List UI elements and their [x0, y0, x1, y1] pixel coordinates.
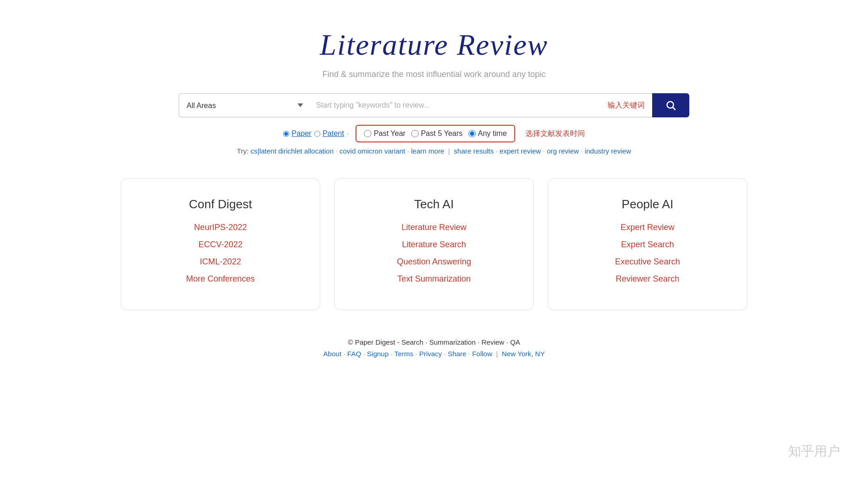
- any-time-text: Any time: [478, 129, 507, 138]
- try-link-covid[interactable]: covid omicron variant: [339, 147, 405, 155]
- options-row: Paper Patent · Past Year Past 5 Years An…: [283, 125, 585, 142]
- card-link-neurips[interactable]: NeurIPS-2022: [135, 223, 306, 232]
- card-tech-ai: Tech AI Literature Review Literature Sea…: [334, 178, 534, 310]
- search-row: All Areas Computer Science Physics Biolo…: [179, 93, 689, 117]
- sep4: ·: [496, 147, 499, 155]
- sep5: ·: [543, 147, 547, 155]
- svg-line-1: [673, 108, 676, 110]
- try-link-expert-review[interactable]: expert review: [499, 147, 541, 155]
- past-5-years-radio[interactable]: [411, 130, 419, 137]
- past-5-years-label[interactable]: Past 5 Years: [411, 129, 463, 138]
- card-link-reviewer-search[interactable]: Reviewer Search: [562, 274, 733, 284]
- paper-radio-label[interactable]: Paper: [283, 129, 311, 138]
- sep2: ·: [407, 147, 411, 155]
- search-button[interactable]: [652, 93, 689, 117]
- past-year-radio[interactable]: [364, 130, 371, 137]
- try-link-share-results[interactable]: share results: [454, 147, 494, 155]
- search-icon: [665, 100, 676, 111]
- card-link-lit-search[interactable]: Literature Search: [349, 240, 519, 250]
- area-select[interactable]: All Areas Computer Science Physics Biolo…: [179, 93, 309, 117]
- paper-label-text: Paper: [291, 129, 311, 138]
- past-5-years-text: Past 5 Years: [421, 129, 463, 138]
- footer-link-location[interactable]: New York, NY: [502, 350, 545, 358]
- any-time-label[interactable]: Any time: [468, 129, 507, 138]
- footer: © Paper Digest - Search · Summarization …: [323, 338, 544, 376]
- card-link-text-sum[interactable]: Text Summarization: [349, 274, 519, 284]
- any-time-radio[interactable]: [468, 130, 476, 137]
- card-link-expert-search[interactable]: Expert Search: [562, 240, 733, 250]
- patent-label-text: Patent: [323, 129, 344, 138]
- footer-link-follow[interactable]: Follow: [472, 350, 492, 358]
- card-link-icml[interactable]: ICML-2022: [135, 257, 306, 267]
- card-tech-ai-title: Tech AI: [349, 197, 519, 212]
- footer-copyright: © Paper Digest - Search · Summarization …: [323, 338, 544, 346]
- footer-link-faq[interactable]: FAQ: [347, 350, 361, 358]
- card-link-lit-review[interactable]: Literature Review: [349, 223, 519, 232]
- site-title: Literature Review: [320, 28, 548, 62]
- footer-link-share[interactable]: Share: [448, 350, 466, 358]
- chinese-hint: 输入关键词: [600, 93, 652, 117]
- footer-link-about[interactable]: About: [323, 350, 341, 358]
- card-link-executive-search[interactable]: Executive Search: [562, 257, 733, 267]
- try-link-industry-review[interactable]: industry review: [585, 147, 631, 155]
- time-radio-group: Past Year Past 5 Years Any time: [356, 125, 515, 142]
- card-link-expert-review[interactable]: Expert Review: [562, 223, 733, 232]
- card-link-eccv[interactable]: ECCV-2022: [135, 240, 306, 250]
- card-link-qa[interactable]: Question Answering: [349, 257, 519, 267]
- chinese-time-hint: 选择文献发表时间: [525, 129, 585, 139]
- card-people-ai-title: People AI: [562, 197, 733, 212]
- try-link-learn-more[interactable]: learn more: [411, 147, 445, 155]
- search-input[interactable]: [309, 93, 600, 117]
- past-year-label[interactable]: Past Year: [364, 129, 406, 138]
- past-year-text: Past Year: [374, 129, 406, 138]
- footer-link-terms[interactable]: Terms: [395, 350, 414, 358]
- sep1: ·: [336, 147, 339, 155]
- card-people-ai: People AI Expert Review Expert Search Ex…: [548, 178, 747, 310]
- sep6: ·: [581, 147, 584, 155]
- card-conf-digest: Conf Digest NeurIPS-2022 ECCV-2022 ICML-…: [121, 178, 320, 310]
- patent-radio[interactable]: [314, 131, 320, 137]
- footer-link-signup[interactable]: Signup: [367, 350, 389, 358]
- subtitle: Find & summarize the most influential wo…: [322, 70, 545, 79]
- footer-link-privacy[interactable]: Privacy: [419, 350, 442, 358]
- main-wrapper: Literature Review Find & summarize the m…: [0, 0, 868, 376]
- cards-row: Conf Digest NeurIPS-2022 ECCV-2022 ICML-…: [121, 178, 747, 310]
- patent-radio-label[interactable]: Patent: [314, 129, 344, 138]
- dot-separator: ·: [347, 129, 349, 139]
- try-link-org-review[interactable]: org review: [547, 147, 579, 155]
- try-prefix: Try:: [237, 147, 250, 155]
- watermark: 知乎用户: [788, 443, 840, 460]
- sep3: |: [446, 147, 453, 155]
- svg-point-0: [667, 102, 674, 108]
- try-row: Try: cs|latent dirichlet allocation · co…: [237, 147, 631, 155]
- footer-links: About · FAQ · Signup · Terms · Privacy ·…: [323, 350, 544, 358]
- card-link-more-conferences[interactable]: More Conferences: [135, 274, 306, 284]
- try-link-lda[interactable]: cs|latent dirichlet allocation: [251, 147, 334, 155]
- card-conf-digest-title: Conf Digest: [135, 197, 306, 212]
- paper-radio[interactable]: [283, 131, 289, 137]
